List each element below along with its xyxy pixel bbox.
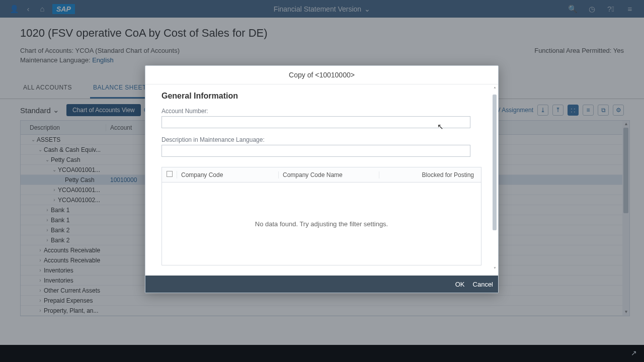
grid-select-all[interactable] xyxy=(162,171,177,178)
copy-dialog: Copy of <10010000> General Information A… xyxy=(145,65,499,293)
cancel-button[interactable]: Cancel xyxy=(473,281,493,288)
page-footer: ↗ xyxy=(0,345,644,362)
grid-col-blocked[interactable]: Blocked for Posting xyxy=(379,171,481,178)
external-link-icon[interactable]: ↗ xyxy=(631,349,637,357)
company-code-grid: Company Code Company Code Name Blocked f… xyxy=(162,167,481,265)
dialog-title: Copy of <10010000> xyxy=(145,66,498,84)
dialog-footer: OK Cancel xyxy=(145,276,498,293)
dialog-scrollbar[interactable]: ˄ ˅ xyxy=(491,86,498,274)
grid-col-company-code[interactable]: Company Code xyxy=(177,171,279,178)
description-label: Description in Maintenance Language: xyxy=(162,136,482,143)
account-number-label: Account Number: xyxy=(162,108,482,115)
dialog-scroll-down-icon[interactable]: ˅ xyxy=(491,266,498,274)
grid-empty-message: No data found. Try adjusting the filter … xyxy=(162,183,481,265)
ok-button[interactable]: OK xyxy=(455,281,465,288)
section-general-info: General Information xyxy=(162,92,482,101)
description-input[interactable] xyxy=(162,145,470,157)
grid-col-company-name[interactable]: Company Code Name xyxy=(279,171,379,178)
account-number-input[interactable] xyxy=(162,116,470,128)
dialog-scroll-thumb[interactable] xyxy=(493,95,497,230)
dialog-scroll-up-icon[interactable]: ˄ xyxy=(491,86,498,94)
